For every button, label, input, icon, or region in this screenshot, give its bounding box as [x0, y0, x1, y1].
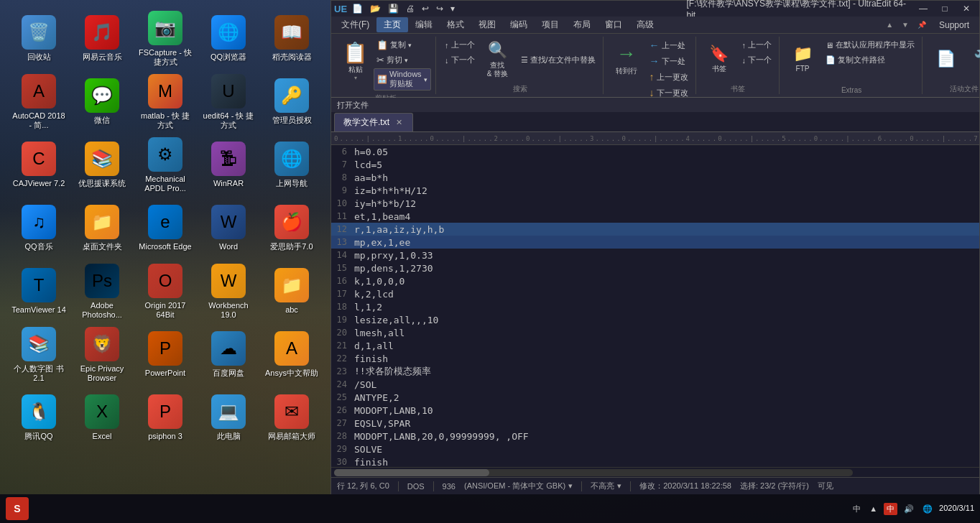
status-highlight[interactable]: 不高亮 ▾	[591, 481, 621, 491]
desktop-icon-psiphon[interactable]: Ppsiphon 3	[134, 387, 197, 450]
desktop-icon-caj[interactable]: CCAJViewer 7.2	[7, 134, 70, 197]
status-encoding-arrow[interactable]: ▾	[568, 481, 573, 491]
file-tab-close[interactable]: ✕	[394, 118, 404, 128]
desktop-icon-aisi[interactable]: 🍎爱思助手7.0	[260, 197, 323, 260]
editor-line-18[interactable]: 18l,1,2	[331, 300, 979, 313]
desktop-icon-origin[interactable]: OOrigin 2017 64Bit	[134, 260, 197, 323]
hscroll-thumb[interactable]	[334, 469, 489, 476]
desktop-icon-ue[interactable]: Uuedit64 - 快 捷方式	[197, 70, 260, 134]
systray-ime[interactable]: 中	[851, 504, 863, 514]
desktop-icon-photoshop[interactable]: PsAdobe Photosho...	[70, 260, 134, 323]
desktop-icon-personal-cloud[interactable]: 📚个人数字图 书2.1	[7, 323, 70, 387]
editor-line-26[interactable]: 26MODOPT,LANB,10	[331, 404, 979, 417]
systray-network[interactable]: 🌐	[920, 504, 935, 514]
find-in-files-button[interactable]: ☰ 查找/在文件中替换	[518, 53, 598, 67]
menu-advanced[interactable]: 高级	[629, 17, 661, 32]
desktop-icon-edge[interactable]: eMicrosoft Edge	[134, 197, 197, 260]
editor-line-6[interactable]: 6h=0.05	[331, 145, 979, 158]
desktop-icon-admin[interactable]: 🔑管理员授权	[260, 70, 323, 134]
editor-line-10[interactable]: 10iy=h*b*b/12	[331, 197, 979, 210]
desktop-icon-winrar[interactable]: 🗜WinRAR	[197, 134, 260, 197]
taskbar-icon-superantispyware[interactable]: S	[6, 497, 29, 520]
desktop-icon-mycomputer[interactable]: 💻此电脑	[197, 387, 260, 450]
menu-layout[interactable]: 布局	[566, 17, 598, 32]
editor-line-28[interactable]: 28MODOPT,LANB,20,0,99999999, ,OFF	[331, 430, 979, 443]
desktop-icon-tencent-qq[interactable]: 🐧腾讯QQ	[7, 387, 70, 450]
editor-line-12[interactable]: 12r,1,aa,iz,iy,h,b	[331, 223, 979, 236]
systray-up-arrow[interactable]: ▲	[867, 504, 879, 513]
desktop-icon-mail[interactable]: ✉网易邮箱大师	[260, 387, 323, 450]
ribbon-pin[interactable]: 📌	[915, 19, 929, 30]
taskbar-clock[interactable]: 2020/3/11	[939, 503, 974, 514]
desktop-icon-excel[interactable]: XExcel	[70, 387, 134, 450]
desktop-icon-epic[interactable]: 🦁Epic Privacy Browser	[70, 323, 134, 387]
desktop-icon-word[interactable]: WWord	[197, 197, 260, 260]
editor-line-19[interactable]: 19lesize,all,,,10	[331, 313, 979, 326]
desktop-icon-fscapture[interactable]: 📷FSCapture - 快捷方式	[134, 7, 197, 70]
desktop-icon-wechat[interactable]: 💬微信	[70, 70, 134, 134]
desktop-icon-mechanical[interactable]: ⚙Mechanical APDL Pro...	[134, 134, 197, 197]
menu-encoding[interactable]: 编码	[503, 17, 535, 32]
desktop-icon-powerpoint[interactable]: PPowerPoint	[134, 323, 197, 387]
horizontal-scrollbar[interactable]	[331, 467, 979, 477]
hscroll-track[interactable]	[334, 469, 853, 476]
menu-window[interactable]: 窗口	[598, 17, 629, 32]
desktop-icon-baidu[interactable]: ☁百度网盘	[197, 323, 260, 387]
redo-button[interactable]: ↪	[434, 3, 445, 14]
menu-file[interactable]: 文件(F)	[334, 17, 376, 32]
desktop-icon-reader[interactable]: 📖稻壳阅读器	[260, 7, 323, 70]
desktop-icon-netease[interactable]: 🎵网易云音乐	[70, 7, 134, 70]
editor-line-8[interactable]: 8aa=b*h	[331, 171, 979, 184]
ribbon-scroll-up[interactable]: ▲	[883, 19, 896, 30]
desktop-icon-yushengs[interactable]: 📚优思援课系统	[70, 134, 134, 197]
menu-view[interactable]: 视图	[471, 17, 503, 32]
ribbon-scroll-down[interactable]: ▼	[899, 19, 912, 30]
editor-line-11[interactable]: 11et,1,beam4	[331, 210, 979, 223]
goto-line-button[interactable]: → 转到行	[609, 38, 644, 80]
ftp-button[interactable]: 📁 FTP	[785, 38, 820, 80]
minimize-button[interactable]: —	[913, 1, 933, 16]
menu-support[interactable]: Support	[932, 19, 976, 32]
desktop-icon-folder[interactable]: 📁桌面文件夹	[70, 197, 134, 260]
menu-format[interactable]: 格式	[440, 17, 471, 32]
copy-path-button[interactable]: 📄 复制文件路径	[823, 53, 917, 67]
desktop-icon-matlab[interactable]: Mmatlab - 快 捷方式	[134, 70, 197, 134]
editor-line-20[interactable]: 20lmesh,all	[331, 326, 979, 339]
search-next-button[interactable]: ↓ 下一个	[442, 53, 478, 67]
editor-line-21[interactable]: 21d,1,all	[331, 339, 979, 352]
save-button[interactable]: 💾	[386, 3, 401, 14]
desktop-icon-webguide[interactable]: 🌐上网导航	[260, 134, 323, 197]
editor-line-22[interactable]: 22finish	[331, 352, 979, 365]
qa-dropdown-button[interactable]: ▾	[448, 3, 457, 14]
active-file-btn1[interactable]: 📄	[928, 38, 963, 80]
status-highlight-arrow[interactable]: ▾	[617, 481, 621, 491]
editor-line-15[interactable]: 15mp,dens,1,2730	[331, 262, 979, 274]
show-in-app-button[interactable]: 🖥 在默认应用程序中显示	[823, 38, 917, 52]
new-file-button[interactable]: 📄	[350, 3, 365, 14]
bookmark-button[interactable]: 🔖 书签	[702, 38, 736, 80]
editor-line-30[interactable]: 30finish	[331, 455, 979, 467]
desktop-icon-recycle[interactable]: 🗑️回收站	[7, 7, 70, 70]
editor-content[interactable]: 6h=0.057lcd=58aa=b*h9iz=b*h*h*H/1210iy=h…	[331, 145, 979, 467]
paste-button[interactable]: 📋 粘贴 ▾	[340, 38, 371, 84]
menu-edit[interactable]: 编辑	[408, 17, 440, 32]
editor-line-24[interactable]: 24/SOL	[331, 378, 979, 391]
editor-line-7[interactable]: 7lcd=5	[331, 158, 979, 171]
file-tab-active[interactable]: 教学文件.txt ✕	[334, 113, 413, 131]
open-file-button[interactable]: 📂	[368, 3, 383, 14]
desktop-icon-qq-music[interactable]: ♫QQ音乐	[7, 197, 70, 260]
menu-home[interactable]: 主页	[376, 17, 408, 32]
desktop-icon-workbench[interactable]: WWorkbench 19.0	[197, 260, 260, 323]
desktop-icon-ansys[interactable]: AAnsys中文帮助	[260, 323, 323, 387]
editor-line-29[interactable]: 29SOLVE	[331, 443, 979, 455]
close-button[interactable]: ✕	[956, 1, 976, 16]
status-encoding[interactable]: (ANSI/OEM - 简体中文 GBK) ▾	[464, 481, 573, 491]
undo-button[interactable]: ↩	[420, 3, 431, 14]
maximize-button[interactable]: □	[935, 1, 955, 16]
desktop-icon-autocad[interactable]: AAutoCAD 2018 - 简...	[7, 70, 70, 134]
clipboard-source-select[interactable]: 🪟 Windows 剪贴板 ▾	[374, 68, 431, 91]
editor-line-25[interactable]: 25ANTYPE,2	[331, 391, 979, 404]
editor-line-27[interactable]: 27EQSLV,SPAR	[331, 417, 979, 430]
editor-line-13[interactable]: 13mp,ex,1,ee	[331, 236, 979, 249]
bookmark-prev-button[interactable]: ↑ 上一个	[739, 38, 775, 52]
